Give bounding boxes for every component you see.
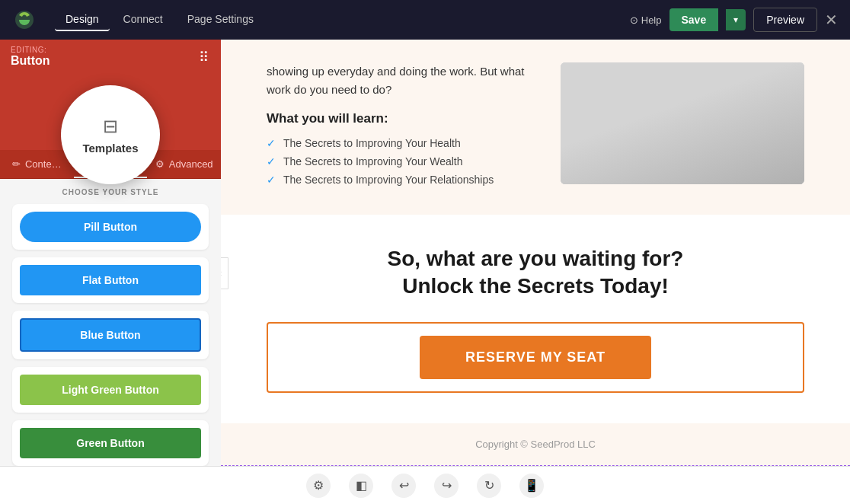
layers-icon[interactable]: ◧ (349, 474, 373, 498)
learn-intro: showing up everyday and doing the work. … (267, 62, 530, 99)
collapse-handle[interactable]: ‹ (221, 257, 228, 289)
template-green-wrapper: Green Button (12, 420, 209, 466)
learn-image (561, 62, 804, 184)
left-panel: EDITING: Button ⠿ ⊟ Templates ✏ Conte… ⊟… (0, 40, 221, 466)
svg-rect-8 (705, 142, 714, 145)
svg-rect-0 (561, 62, 804, 184)
templates-overlay: ⊟ Templates (61, 85, 160, 184)
svg-rect-13 (774, 116, 781, 145)
svg-point-15 (756, 105, 777, 123)
list-item: ✓ The Secrets to Improving Your Health (267, 137, 530, 149)
check-icon: ✓ (267, 137, 276, 149)
bottom-bar: ⚙ ◧ ↩ ↪ ↻ 📱 (0, 466, 850, 504)
templates-circle-label: Templates (82, 142, 138, 155)
settings-icon[interactable]: ⚙ (306, 474, 331, 498)
help-label: Help (641, 14, 662, 26)
learn-text: showing up everyday and doing the work. … (267, 62, 530, 192)
learn-list: ✓ The Secrets to Improving Your Health ✓… (267, 137, 530, 186)
svg-rect-12 (714, 104, 742, 146)
learn-title: What you will learn: (267, 111, 530, 126)
green-button-template[interactable]: Green Button (20, 428, 201, 458)
pill-button-template[interactable]: Pill Button (20, 212, 201, 242)
cta-line2: Unlock the Secrets Today! (402, 274, 669, 298)
tab-connect[interactable]: Connect (113, 8, 174, 31)
section-title: CHOOSE YOUR STYLE (12, 188, 209, 196)
list-item-text: The Secrets to Improving Your Health (283, 137, 461, 149)
help-icon: ⊙ (630, 14, 638, 26)
templates-icon: ⊟ (103, 116, 118, 137)
svg-rect-7 (684, 106, 734, 139)
svg-point-14 (762, 98, 793, 126)
list-item: ✓ The Secrets to Improving Your Relation… (267, 174, 530, 186)
tab-page-settings[interactable]: Page Settings (177, 8, 264, 31)
advanced-label: Advanced (169, 158, 213, 170)
tab-design[interactable]: Design (55, 8, 110, 31)
template-flat-wrapper: Flat Button (12, 257, 209, 303)
svg-rect-3 (606, 108, 652, 142)
light-green-button-template[interactable]: Light Green Button (20, 375, 201, 405)
svg-rect-10 (631, 108, 658, 146)
panel-content: CHOOSE YOUR STYLE Pill Button Flat Butto… (0, 179, 221, 466)
footer-text: Copyright © SeedProd LLC (475, 439, 596, 450)
close-button[interactable]: ✕ (825, 11, 838, 29)
editing-label: EDITING: (11, 46, 50, 54)
blue-button-template[interactable]: Blue Button (20, 318, 201, 352)
svg-rect-1 (561, 123, 804, 184)
learn-section: showing up everyday and doing the work. … (221, 40, 850, 215)
reserve-wrapper: RESERVE MY SEAT (267, 322, 804, 393)
right-canvas: ‹ showing up everyday and doing the work… (221, 40, 850, 466)
canvas-wrapper: ‹ showing up everyday and doing the work… (221, 40, 850, 466)
nav-right: ⊙ Help Save ▾ Preview ✕ (630, 8, 838, 32)
check-icon: ✓ (267, 174, 276, 186)
editing-info: EDITING: Button (11, 46, 50, 68)
cta-title: So, what are you waiting for? Unlock the… (267, 245, 804, 301)
logo (12, 8, 37, 32)
preview-button[interactable]: Preview (753, 8, 817, 32)
reserve-button[interactable]: RESERVE MY SEAT (420, 336, 651, 379)
top-nav: Design Connect Page Settings ⊙ Help Save… (0, 0, 850, 40)
svg-rect-6 (682, 104, 736, 142)
cta-section: So, what are you waiting for? Unlock the… (221, 215, 850, 423)
main-layout: EDITING: Button ⠿ ⊟ Templates ✏ Conte… ⊟… (0, 40, 850, 466)
check-icon: ✓ (267, 155, 276, 167)
flat-button-template[interactable]: Flat Button (20, 265, 201, 295)
list-item-text: The Secrets to Improving Your Wealth (283, 155, 463, 167)
list-item-text: The Secrets to Improving Your Relationsh… (283, 174, 494, 186)
svg-point-11 (717, 82, 739, 104)
templates-circle: ⊟ Templates (61, 85, 160, 184)
editing-element: Button (11, 54, 50, 68)
svg-rect-5 (625, 142, 633, 145)
undo-icon[interactable]: ↩ (391, 474, 416, 498)
template-blue-wrapper: Blue Button (12, 311, 209, 359)
svg-rect-2 (591, 142, 774, 148)
redo-icon[interactable]: ↪ (434, 474, 459, 498)
panel-header: EDITING: Button ⠿ (0, 40, 221, 74)
pencil-icon: ✏ (12, 158, 21, 170)
nav-tabs: Design Connect Page Settings (55, 8, 612, 31)
svg-rect-4 (608, 110, 650, 139)
canvas-footer: Copyright © SeedProd LLC (221, 423, 850, 465)
image-placeholder (561, 62, 804, 184)
save-dropdown-button[interactable]: ▾ (726, 9, 746, 30)
content-label: Conte… (25, 158, 62, 170)
help-button[interactable]: ⊙ Help (630, 14, 662, 26)
save-button[interactable]: Save (669, 8, 719, 31)
dots-menu-icon[interactable]: ⠿ (199, 49, 210, 65)
svg-point-9 (634, 86, 655, 107)
template-light-green-wrapper: Light Green Button (12, 367, 209, 413)
list-item: ✓ The Secrets to Improving Your Wealth (267, 155, 530, 167)
drag-block[interactable]: ⊞ ≡ or Drag a new block here (221, 465, 850, 466)
template-pill-wrapper: Pill Button (12, 204, 209, 250)
cta-line1: So, what are you waiting for? (388, 247, 684, 270)
redo2-icon[interactable]: ↻ (477, 474, 501, 498)
mobile-icon[interactable]: 📱 (519, 474, 544, 498)
